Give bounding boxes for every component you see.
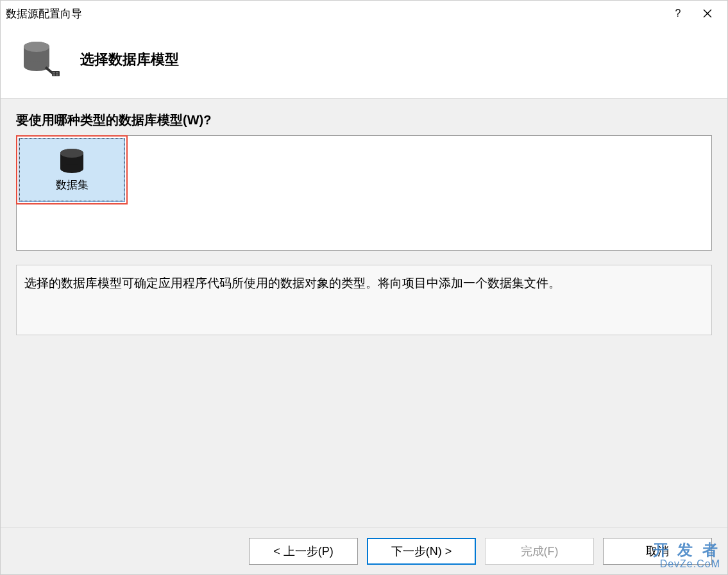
model-type-list[interactable]: 数据集 bbox=[16, 135, 712, 251]
dialog-title: 数据源配置向导 bbox=[6, 6, 663, 21]
finish-button: 完成(F) bbox=[485, 538, 594, 565]
close-button[interactable] bbox=[693, 3, 722, 24]
selection-highlight: 数据集 bbox=[16, 135, 128, 204]
description-box: 选择的数据库模型可确定应用程序代码所使用的数据对象的类型。将向项目中添加一个数据… bbox=[16, 265, 712, 335]
button-bar: < 上一步(P) 下一步(N) > 完成(F) 取消 bbox=[1, 527, 727, 574]
help-icon: ? bbox=[675, 8, 681, 19]
model-option-dataset[interactable]: 数据集 bbox=[19, 138, 125, 202]
close-icon bbox=[703, 9, 712, 18]
page-title: 选择数据库模型 bbox=[80, 50, 179, 69]
database-wizard-icon bbox=[16, 37, 62, 83]
svg-rect-8 bbox=[56, 72, 58, 74]
model-option-label: 数据集 bbox=[56, 178, 89, 192]
svg-point-14 bbox=[60, 149, 83, 158]
content-area: 要使用哪种类型的数据库模型(W)? 数据集 选择的数据库模型可 bbox=[1, 98, 727, 527]
cancel-button[interactable]: 取消 bbox=[603, 538, 712, 565]
next-button[interactable]: 下一步(N) > bbox=[367, 538, 476, 565]
description-text: 选择的数据库模型可确定应用程序代码所使用的数据对象的类型。将向项目中添加一个数据… bbox=[24, 276, 561, 290]
svg-rect-9 bbox=[53, 74, 55, 76]
titlebar: 数据源配置向导 ? bbox=[1, 1, 727, 26]
svg-rect-10 bbox=[56, 74, 58, 76]
header-section: 选择数据库模型 bbox=[1, 26, 727, 98]
svg-point-4 bbox=[24, 61, 49, 71]
svg-rect-7 bbox=[53, 72, 55, 74]
help-button[interactable]: ? bbox=[663, 3, 693, 24]
content-outer: 要使用哪种类型的数据库模型(W)? 数据集 选择的数据库模型可 bbox=[1, 98, 727, 574]
svg-point-5 bbox=[24, 42, 49, 52]
prompt-label: 要使用哪种类型的数据库模型(W)? bbox=[16, 112, 712, 129]
previous-button[interactable]: < 上一步(P) bbox=[249, 538, 358, 565]
wizard-dialog: 数据源配置向导 ? 选择数据库模型 bbox=[0, 0, 728, 575]
database-icon bbox=[56, 148, 87, 174]
svg-point-13 bbox=[60, 164, 83, 173]
